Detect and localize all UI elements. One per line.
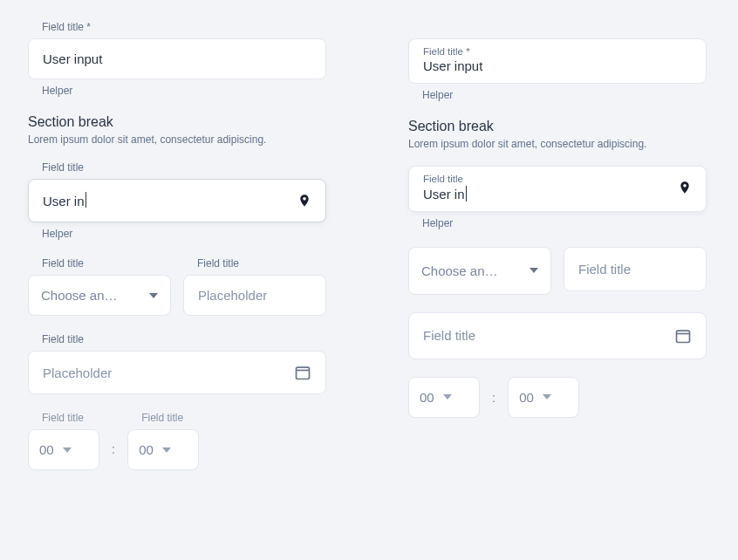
time-minute-select[interactable]: 00	[508, 377, 579, 418]
select-value: Choose an…	[41, 288, 118, 303]
text-input[interactable]: User input	[28, 38, 326, 79]
text-cursor	[466, 186, 467, 201]
dropdown-select[interactable]: Choose an…	[28, 275, 171, 316]
select-value: 00	[519, 390, 534, 405]
section-description: Lorem ipsum dolor sit amet, consectetur …	[408, 138, 707, 150]
field-date: Field title Placeholder	[28, 333, 326, 394]
chevron-down-icon	[149, 291, 158, 300]
field-label: Field title	[42, 333, 326, 345]
field-label: Field title	[423, 174, 669, 184]
text-input[interactable]: Field title * User input	[408, 38, 707, 84]
input-value: User in	[423, 187, 465, 201]
field-label: Field title	[42, 257, 171, 270]
placeholder-text: Placeholder	[198, 288, 267, 303]
helper-text: Helper	[42, 228, 326, 240]
location-pin-icon	[678, 179, 692, 196]
svg-rect-0	[297, 367, 310, 379]
time-separator: :	[492, 390, 495, 405]
select-and-text-row: Choose an… Field title	[408, 247, 707, 295]
field-label: Field title *	[42, 21, 326, 33]
select-value: 00	[139, 442, 154, 457]
helper-text: Helper	[42, 85, 326, 97]
field-label: Field title *	[423, 46, 692, 57]
time-separator: :	[112, 441, 115, 456]
date-input[interactable]: Placeholder	[28, 351, 326, 394]
field-1: Field title * User input Helper	[28, 21, 326, 97]
input-value: User in	[43, 194, 85, 208]
placeholder-text: Field title	[578, 262, 631, 277]
time-row: Field title 00 : Field title 00	[28, 412, 326, 470]
chevron-down-icon	[63, 447, 72, 453]
input-value: User input	[43, 51, 102, 66]
text-cursor	[85, 192, 86, 208]
chevron-down-icon	[530, 266, 538, 275]
placeholder-text: Placeholder	[43, 365, 112, 380]
calendar-icon	[674, 327, 692, 345]
text-input[interactable]: Placeholder	[183, 275, 326, 316]
section-description: Lorem ipsum dolor sit amet, consectetur …	[28, 133, 326, 146]
field-label: Field title	[42, 412, 99, 424]
time-minute-select[interactable]: 00	[127, 429, 199, 470]
field-label: Field title	[141, 412, 199, 424]
chevron-down-icon	[543, 394, 551, 400]
field-label: Field title	[42, 161, 326, 174]
section-title: Section break	[28, 114, 326, 130]
text-input[interactable]: Field title	[564, 247, 707, 291]
select-value: 00	[420, 390, 434, 405]
field-location: Field title User in Helper	[28, 161, 326, 240]
section-title: Section break	[408, 119, 707, 134]
calendar-icon	[294, 364, 311, 381]
chevron-down-icon	[162, 447, 171, 453]
field-location: Field title User in Helper	[408, 166, 707, 229]
location-input[interactable]: User in	[28, 179, 326, 222]
time-row: 00 : 00	[408, 377, 707, 418]
time-hour-select[interactable]: 00	[28, 429, 99, 470]
svg-rect-1	[677, 331, 690, 342]
field-date: Field title	[408, 312, 707, 359]
field-1: Field title * User input Helper	[408, 38, 707, 101]
date-input[interactable]: Field title	[408, 312, 707, 359]
placeholder-text: Field title	[423, 328, 475, 343]
select-and-text-row: Field title Choose an… Field title Place…	[28, 257, 326, 316]
location-input[interactable]: Field title User in	[408, 166, 707, 212]
input-value: User input	[423, 58, 482, 73]
chevron-down-icon	[443, 394, 452, 400]
helper-text: Helper	[422, 89, 707, 101]
dropdown-select[interactable]: Choose an…	[408, 247, 551, 295]
section-break: Section break Lorem ipsum dolor sit amet…	[28, 114, 326, 146]
form-card-inside-labels: Field title * User input Helper Section …	[380, 0, 735, 560]
select-value: 00	[39, 442, 54, 457]
field-label: Field title	[197, 257, 326, 270]
time-hour-select[interactable]: 00	[408, 377, 480, 418]
select-value: Choose an…	[421, 263, 498, 278]
form-card-outside-labels: Field title * User input Helper Section …	[0, 0, 354, 560]
section-break: Section break Lorem ipsum dolor sit amet…	[408, 119, 707, 150]
helper-text: Helper	[422, 217, 707, 229]
location-pin-icon	[297, 192, 311, 209]
